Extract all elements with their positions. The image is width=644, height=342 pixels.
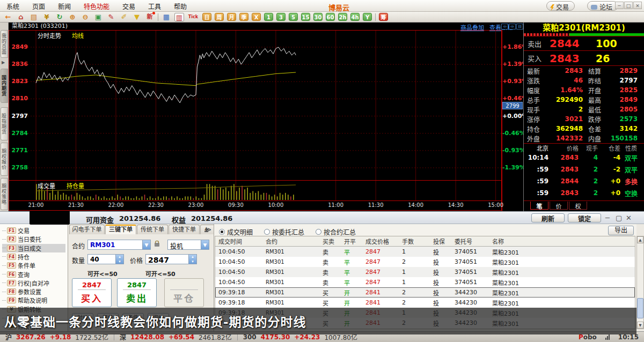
period-y[interactable]: Y <box>363 13 372 21</box>
tab-option-quotes[interactable]: 期权报价 <box>1 143 8 176</box>
lock-button[interactable]: 锁定 <box>568 213 601 222</box>
fills-table-row[interactable]: 09:39:18RM301买开28412投344230菜粕2301 <box>215 287 635 298</box>
fills-scrollbar[interactable]: ▲ ▼ <box>636 236 644 329</box>
news-page-icon[interactable]: ▤ <box>29 13 39 21</box>
menu-f2-orders-today[interactable]: F2当日委托 <box>2 235 65 243</box>
period-month[interactable]: 月 <box>227 13 236 21</box>
period-x[interactable]: X <box>252 13 261 21</box>
tab-flash-order[interactable]: 闪电手下单 <box>69 225 105 234</box>
home-icon[interactable]: ⌂ <box>16 13 26 21</box>
tab-domestic-futures[interactable]: 国内期货 <box>1 69 8 103</box>
scroll-up-icon[interactable]: ▲ <box>637 236 643 243</box>
tab-traditional-order[interactable]: 传统下单 <box>137 225 168 234</box>
tab-option-strategy[interactable]: 期权策略 <box>1 178 8 210</box>
period-season[interactable]: 季 <box>239 13 248 21</box>
tab-index-futures[interactable]: 股指期货 <box>1 107 8 140</box>
ask-row[interactable]: 卖出 2844 100 <box>524 36 644 51</box>
capture-icon[interactable]: ▣ <box>93 13 103 21</box>
close-button[interactable]: ✕ <box>633 2 642 9</box>
period-2h[interactable]: 2h <box>338 13 347 21</box>
period-1m[interactable]: 1 <box>264 13 273 21</box>
radio-by-order[interactable]: 按委托汇总 <box>264 227 304 236</box>
forum-button[interactable]: 论坛 <box>587 1 618 11</box>
tab-my-pages[interactable]: 我的页面 <box>1 30 8 58</box>
period-60m[interactable]: 60 <box>326 13 335 21</box>
menu-f1-trade[interactable]: F1交易 <box>2 226 65 235</box>
buy-button[interactable]: 2847 买入 <box>72 278 112 307</box>
buy-sell-strength-bar <box>524 33 644 36</box>
menu-f3-fills-today[interactable]: F3当日成交 <box>2 244 65 252</box>
period-week[interactable]: 周 <box>215 13 224 21</box>
kline-chart-icon[interactable]: ▥ <box>174 13 184 21</box>
menu-trade[interactable]: 交易 <box>116 0 142 11</box>
menu-f5-conditional[interactable]: F5条件单 <box>2 261 65 270</box>
period-4h[interactable]: 4h <box>350 13 360 21</box>
filter-icon[interactable]: ▼ <box>132 13 142 21</box>
close-position-button[interactable]: 平仓 <box>164 278 204 307</box>
back-icon[interactable]: ← <box>3 13 13 21</box>
menu-f4-positions[interactable]: F4持仓 <box>2 252 65 261</box>
period-3m[interactable]: 3 <box>276 13 286 21</box>
tab-quick-order[interactable]: 快捷下单 <box>169 225 200 234</box>
trade-button[interactable]: 交易 <box>546 1 575 11</box>
price-stepper[interactable]: 2847 ▴▾ <box>145 254 197 264</box>
fills-table-row[interactable]: 09:39:18RM301买开28412投344230菜粕2301 <box>215 298 635 308</box>
tab-options[interactable]: 权 <box>569 202 587 210</box>
radio-fill-detail[interactable]: 成交明细 <box>219 227 253 236</box>
menu-tools[interactable]: 工具 <box>142 0 167 11</box>
panel-restore-icon[interactable]: ▢ <box>616 214 622 222</box>
menu-f9-help[interactable]: F9帮助及说明 <box>2 296 65 304</box>
scroll-down-icon[interactable]: ▼ <box>637 322 643 329</box>
scrollbar-thumb[interactable] <box>637 298 643 318</box>
menu-system[interactable]: 系统 <box>0 0 26 11</box>
period-5m[interactable]: 5 <box>289 13 298 21</box>
menu-f7-exercise[interactable]: F7行权|自对冲 <box>2 279 65 287</box>
quote-board-icon[interactable]: ▦ <box>162 13 171 21</box>
draw-icon[interactable]: ✎ <box>106 13 116 21</box>
scroll-right-button[interactable]: ⇨ <box>509 24 516 29</box>
refresh-button[interactable]: 刷新 <box>531 213 565 222</box>
tab-by-price[interactable]: 价 <box>550 202 568 210</box>
menu-f8-settings[interactable]: F8参数设置 <box>2 287 65 296</box>
scroll-left-button[interactable]: ⇦ <box>501 24 508 29</box>
fills-table-row[interactable]: 10:04:50RM301卖平28472投374051菜粕2301 <box>215 257 635 267</box>
zoom-in-icon[interactable]: ⊕ <box>68 13 77 21</box>
export-button[interactable]: 导出 <box>608 226 634 235</box>
radio-by-contract[interactable]: 按合约汇总 <box>316 227 356 236</box>
panel-minimize-icon[interactable]: ─ <box>605 214 610 222</box>
menu-news[interactable]: 新闻 <box>52 0 77 11</box>
panel-close-icon[interactable]: ✕ <box>626 214 632 222</box>
menu-help[interactable]: 帮助 <box>167 0 193 11</box>
expand-arrow-icon[interactable]: ▶ <box>2 60 5 65</box>
maximize-button[interactable]: □ <box>624 2 633 9</box>
chip-icon[interactable]: 筹 <box>379 13 388 21</box>
refresh-icon[interactable]: ↻ <box>55 13 64 21</box>
minimize-button[interactable]: ─ <box>615 2 624 9</box>
new-feature-icon[interactable]: 新 <box>145 13 155 21</box>
menu-page[interactable]: 页面 <box>26 0 52 11</box>
zoom-out-icon[interactable]: ⊖ <box>80 13 90 21</box>
sell-button[interactable]: 2847 卖出 <box>117 278 157 307</box>
fund-icon[interactable]: ¥ <box>42 13 52 21</box>
fills-table-row[interactable]: 10:04:50RM301卖平28471投374051菜粕2301 <box>215 277 635 287</box>
tab-three-key-order[interactable]: 三键下单 <box>105 225 136 234</box>
period-day[interactable]: 日 <box>202 13 211 21</box>
fills-table-row[interactable]: 10:04:50RM301卖平28471投374051菜粕2301 <box>215 267 635 277</box>
quantity-stepper[interactable]: 40 ▴▾ <box>87 254 124 264</box>
period-30m[interactable]: 30 <box>313 13 323 21</box>
bid-row[interactable]: 买入 2843 26 <box>524 51 644 66</box>
fills-table-row[interactable]: 10:04:50RM301卖平28471投374051菜粕2301 <box>215 247 635 257</box>
menu-f6-query[interactable]: F6查询 <box>2 270 65 279</box>
hedge-select[interactable]: 投机 ▼ <box>167 240 209 250</box>
quote-stat-cell: 292490 <box>545 96 583 103</box>
tick-chart-icon[interactable]: Tick <box>187 13 199 21</box>
contract-select[interactable]: RM301 ▼ <box>87 240 151 250</box>
split-view-button[interactable]: ⊟ <box>516 24 523 29</box>
period-15m[interactable]: 15 <box>301 13 310 21</box>
stepper-arrows-icon[interactable]: ▴▾ <box>188 255 196 264</box>
stepper-arrows-icon[interactable]: ▴▾ <box>115 255 123 264</box>
collapse-panel-button[interactable]: ▲ <box>204 226 208 232</box>
menu-featured[interactable]: 特色功能 <box>77 0 116 11</box>
paint-icon[interactable]: ✐ <box>119 13 129 21</box>
tab-by-tick[interactable]: 笔 <box>530 202 548 210</box>
